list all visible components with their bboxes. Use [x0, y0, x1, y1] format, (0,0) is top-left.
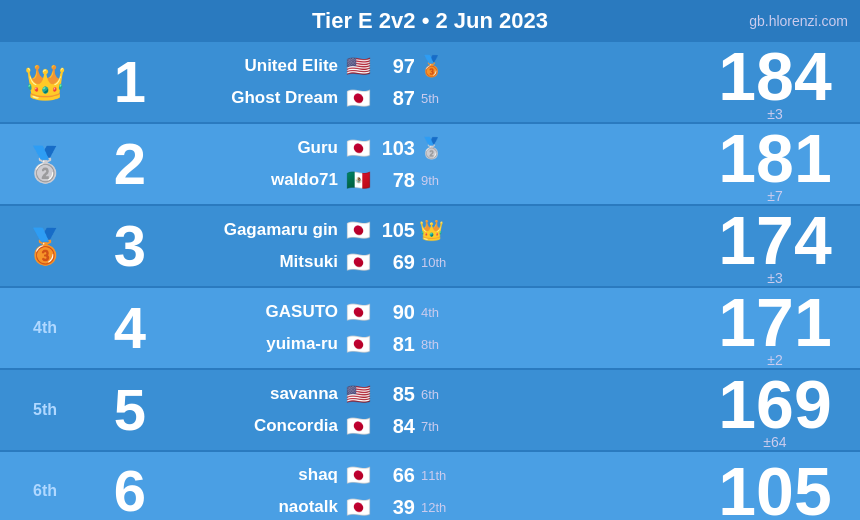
player-row: GASUTO🇯🇵904th — [170, 296, 690, 328]
medal-icon: 👑 — [24, 65, 66, 99]
player-score: 69 — [379, 251, 415, 274]
total-score: 169 — [718, 370, 831, 438]
medal-col: 5th — [0, 401, 90, 419]
player-rank-badge: 11th — [421, 468, 449, 483]
player-rank-badge: 9th — [421, 173, 449, 188]
flag-icon: 🇯🇵 — [346, 332, 371, 356]
medal-icon: 🥈 — [24, 147, 66, 181]
player-name: GASUTO — [178, 302, 338, 322]
flag-icon: 🇲🇽 — [346, 168, 371, 192]
team-row: 🥈2Guru🇯🇵103🥈waldo71🇲🇽789th181±7 — [0, 124, 860, 206]
player-rank-badge: 5th — [421, 91, 449, 106]
players-col: shaq🇯🇵6611thnaotalk🇯🇵3912th — [170, 459, 690, 520]
total-col: 105 — [690, 457, 860, 520]
medal-col: 🥉 — [0, 229, 90, 263]
player-badge: 🥉 — [419, 54, 444, 78]
players-col: GASUTO🇯🇵904thyuima-ru🇯🇵818th — [170, 296, 690, 360]
rank-number: 1 — [90, 53, 170, 111]
medal-col: 🥈 — [0, 147, 90, 181]
players-col: United Elite🇺🇸97🥉Ghost Dream🇯🇵875th — [170, 50, 690, 114]
player-row: savanna🇺🇸856th — [170, 378, 690, 410]
team-row: 4th4GASUTO🇯🇵904thyuima-ru🇯🇵818th171±2 — [0, 288, 860, 370]
player-row: Concordia🇯🇵847th — [170, 410, 690, 442]
player-rank-badge: 8th — [421, 337, 449, 352]
flag-icon: 🇯🇵 — [346, 250, 371, 274]
player-score: 105 — [379, 219, 415, 242]
player-name: Mitsuki — [178, 252, 338, 272]
player-badge: 🥈 — [419, 136, 444, 160]
header-title: Tier E 2v2 • 2 Jun 2023 — [312, 8, 548, 33]
player-name: Ghost Dream — [178, 88, 338, 108]
player-score: 87 — [379, 87, 415, 110]
rank-number: 6 — [90, 462, 170, 520]
medal-label: 6th — [33, 482, 57, 500]
team-row: 🥉3Gagamaru gin🇯🇵105👑Mitsuki🇯🇵6910th174±3 — [0, 206, 860, 288]
player-rank-badge: 4th — [421, 305, 449, 320]
flag-icon: 🇯🇵 — [346, 136, 371, 160]
flag-icon: 🇯🇵 — [346, 414, 371, 438]
player-rank-badge: 7th — [421, 419, 449, 434]
medal-icon: 🥉 — [24, 229, 66, 263]
players-col: savanna🇺🇸856thConcordia🇯🇵847th — [170, 378, 690, 442]
player-score: 97 — [379, 55, 415, 78]
player-row: United Elite🇺🇸97🥉 — [170, 50, 690, 82]
total-col: 184±3 — [690, 42, 860, 122]
team-row: 👑1United Elite🇺🇸97🥉Ghost Dream🇯🇵875th184… — [0, 42, 860, 124]
player-row: Ghost Dream🇯🇵875th — [170, 82, 690, 114]
player-name: naotalk — [178, 497, 338, 517]
rank-number: 4 — [90, 299, 170, 357]
total-score: 105 — [718, 457, 831, 520]
total-score: 184 — [718, 42, 831, 110]
player-rank-badge: 10th — [421, 255, 449, 270]
flag-icon: 🇺🇸 — [346, 382, 371, 406]
rank-number: 3 — [90, 217, 170, 275]
rank-number: 5 — [90, 381, 170, 439]
header: Tier E 2v2 • 2 Jun 2023 gb.hlorenzi.com — [0, 0, 860, 42]
player-row: Gagamaru gin🇯🇵105👑 — [170, 214, 690, 246]
player-name: United Elite — [178, 56, 338, 76]
player-score: 85 — [379, 383, 415, 406]
medal-label: 5th — [33, 401, 57, 419]
flag-icon: 🇺🇸 — [346, 54, 371, 78]
player-row: Guru🇯🇵103🥈 — [170, 132, 690, 164]
player-score: 84 — [379, 415, 415, 438]
total-col: 169±64 — [690, 370, 860, 450]
total-score: 171 — [718, 288, 831, 356]
player-score: 78 — [379, 169, 415, 192]
player-rank-badge: 12th — [421, 500, 449, 515]
player-row: yuima-ru🇯🇵818th — [170, 328, 690, 360]
rank-number: 2 — [90, 135, 170, 193]
player-name: Concordia — [178, 416, 338, 436]
players-col: Gagamaru gin🇯🇵105👑Mitsuki🇯🇵6910th — [170, 214, 690, 278]
player-score: 66 — [379, 464, 415, 487]
player-name: Guru — [178, 138, 338, 158]
total-diff: ±64 — [763, 434, 786, 450]
player-name: yuima-ru — [178, 334, 338, 354]
player-row: Mitsuki🇯🇵6910th — [170, 246, 690, 278]
flag-icon: 🇯🇵 — [346, 495, 371, 519]
player-row: naotalk🇯🇵3912th — [170, 491, 690, 520]
team-row: 5th5savanna🇺🇸856thConcordia🇯🇵847th169±64 — [0, 370, 860, 452]
player-score: 39 — [379, 496, 415, 519]
player-row: waldo71🇲🇽789th — [170, 164, 690, 196]
player-name: savanna — [178, 384, 338, 404]
total-col: 171±2 — [690, 288, 860, 368]
player-score: 90 — [379, 301, 415, 324]
total-score: 181 — [718, 124, 831, 192]
medal-label: 4th — [33, 319, 57, 337]
player-row: shaq🇯🇵6611th — [170, 459, 690, 491]
leaderboard: 👑1United Elite🇺🇸97🥉Ghost Dream🇯🇵875th184… — [0, 42, 860, 520]
player-badge: 👑 — [419, 218, 444, 242]
flag-icon: 🇯🇵 — [346, 218, 371, 242]
total-col: 174±3 — [690, 206, 860, 286]
medal-col: 6th — [0, 482, 90, 500]
medal-col: 4th — [0, 319, 90, 337]
medal-col: 👑 — [0, 65, 90, 99]
total-col: 181±7 — [690, 124, 860, 204]
flag-icon: 🇯🇵 — [346, 300, 371, 324]
site-link: gb.hlorenzi.com — [749, 13, 848, 29]
total-score: 174 — [718, 206, 831, 274]
flag-icon: 🇯🇵 — [346, 463, 371, 487]
player-name: shaq — [178, 465, 338, 485]
flag-icon: 🇯🇵 — [346, 86, 371, 110]
